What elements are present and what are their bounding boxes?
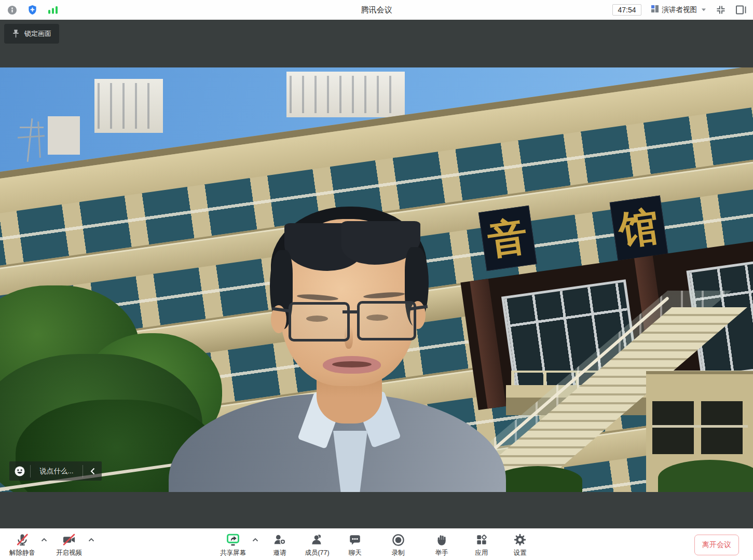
exit-fullscreen-icon[interactable]: [716, 5, 726, 15]
settings-button[interactable]: 设置: [495, 532, 545, 557]
chevron-down-icon: [701, 8, 706, 11]
background-building: [48, 116, 80, 155]
leave-meeting-button[interactable]: 离开会议: [694, 535, 739, 555]
gear-icon: [513, 532, 527, 548]
shield-protection-icon[interactable]: [28, 5, 37, 15]
chat-button[interactable]: 聊天: [330, 532, 380, 557]
info-icon[interactable]: [7, 5, 17, 15]
unmute-button[interactable]: 解除静音: [0, 532, 47, 557]
record-icon: [391, 532, 405, 548]
view-mode-label: 演讲者视图: [662, 5, 697, 15]
speaker-video: 音 馆: [0, 67, 753, 492]
meeting-timer: 47:54: [612, 4, 641, 16]
share-screen-button[interactable]: 共享屏幕: [208, 532, 258, 557]
bush: [494, 466, 582, 492]
meeting-title: 腾讯会议: [361, 0, 392, 20]
network-signal-icon[interactable]: [48, 5, 58, 15]
building-sign-left: 音: [478, 206, 537, 271]
meeting-toolbar: 解除静音 开启视频 共享屏幕 邀请 成员(77) 聊天: [0, 528, 753, 560]
start-video-button[interactable]: 开启视频: [44, 532, 94, 557]
video-stage: 音 馆: [0, 20, 753, 529]
members-icon: [310, 532, 324, 548]
person-glasses: [289, 302, 350, 342]
collapse-left-icon[interactable]: [83, 468, 102, 475]
side-panel-icon[interactable]: [735, 5, 747, 15]
share-screen-icon: [226, 532, 240, 548]
view-mode-selector[interactable]: 演讲者视图: [651, 5, 707, 15]
chat-bubble-icon: [348, 532, 362, 548]
apps-grid-icon: [475, 532, 488, 548]
emoji-icon[interactable]: [14, 466, 25, 477]
quick-chat-input[interactable]: 说点什么...: [31, 467, 83, 476]
lock-view-label: 锁定画面: [24, 29, 51, 38]
top-bar: 腾讯会议 47:54 演讲者视图: [0, 0, 753, 20]
building-sign-right: 馆: [610, 195, 668, 261]
layout-speaker-view-icon: [651, 5, 659, 15]
background-building: [94, 79, 163, 133]
background-building: [286, 72, 405, 117]
video-options-chevron[interactable]: [88, 538, 94, 542]
record-button[interactable]: 录制: [373, 532, 423, 557]
raise-hand-icon: [435, 532, 448, 548]
status-icons: [7, 0, 58, 20]
quick-chat-bar: 说点什么...: [9, 461, 102, 481]
lock-view-button[interactable]: 锁定画面: [4, 24, 59, 44]
pin-icon: [12, 29, 20, 38]
invite-person-icon: [273, 532, 286, 548]
mic-off-icon: [15, 532, 30, 548]
camera-off-icon: [62, 532, 76, 548]
